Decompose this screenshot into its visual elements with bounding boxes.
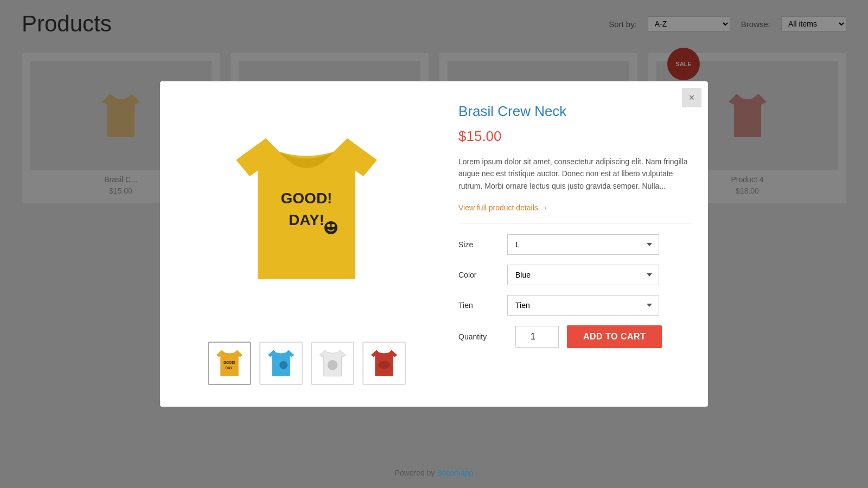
add-to-cart-button[interactable]: ADD TO CART (567, 325, 662, 348)
modal-overlay[interactable]: × GOOD! DAY! (0, 0, 868, 488)
quantity-row: Quantity ADD TO CART (458, 325, 692, 348)
size-select[interactable]: XS S M L XL XXL (507, 234, 659, 255)
modal-image-section: GOOD! DAY! GOOD! DAY! (176, 98, 437, 390)
tien-select[interactable]: Tien Option 2 Option 3 (507, 295, 659, 316)
svg-point-2 (324, 221, 337, 234)
color-label: Color (458, 271, 507, 279)
svg-point-4 (331, 224, 335, 227)
svg-point-9 (378, 361, 390, 369)
svg-point-7 (279, 361, 288, 369)
thumbnail-red[interactable] (362, 342, 406, 385)
powered-by-text: Powered by (395, 468, 435, 477)
quantity-label: Quantity (458, 332, 507, 341)
product-title: Brasil Crew Neck (458, 103, 692, 120)
modal-details-section: Brasil Crew Neck $15.00 Lorem ipsum dolo… (458, 98, 692, 390)
powered-by-footer: Powered by Secomapp (395, 468, 474, 477)
thumbnail-blue[interactable] (259, 342, 303, 385)
product-modal: × GOOD! DAY! (160, 81, 708, 407)
divider (458, 223, 692, 223)
svg-point-3 (327, 224, 330, 227)
product-description: Lorem ipsum dolor sit amet, consectetur … (458, 156, 692, 192)
thumbnail-yellow[interactable]: GOOD! DAY! (208, 342, 251, 385)
svg-text:DAY!: DAY! (225, 365, 233, 369)
thumbnail-white[interactable] (311, 342, 354, 385)
view-details-link[interactable]: View full product details → (458, 203, 548, 212)
thumbnail-row: GOOD! DAY! (208, 342, 406, 385)
powered-by-link[interactable]: Secomapp (437, 468, 473, 477)
svg-text:DAY!: DAY! (289, 211, 324, 228)
quantity-input[interactable] (515, 326, 559, 348)
main-product-image: GOOD! DAY! (203, 98, 410, 325)
svg-text:GOOD!: GOOD! (223, 361, 235, 364)
size-label: Size (458, 240, 507, 249)
tien-option-row: Tien Tien Option 2 Option 3 (458, 295, 692, 316)
svg-text:GOOD!: GOOD! (281, 190, 333, 207)
product-price: $15.00 (458, 128, 692, 145)
modal-close-button[interactable]: × (682, 88, 701, 107)
color-select[interactable]: Blue Yellow White Red (507, 265, 659, 285)
size-option-row: Size XS S M L XL XXL (458, 234, 692, 255)
color-option-row: Color Blue Yellow White Red (458, 265, 692, 285)
svg-point-8 (327, 360, 337, 370)
tien-label: Tien (458, 301, 507, 310)
